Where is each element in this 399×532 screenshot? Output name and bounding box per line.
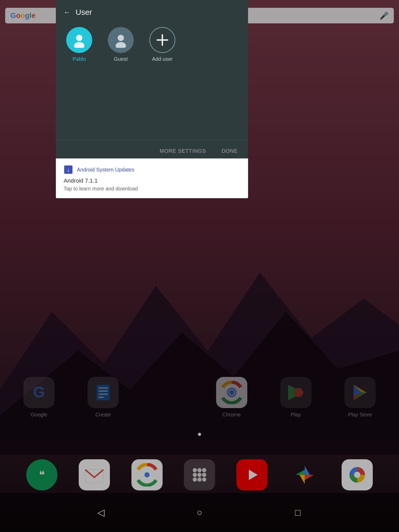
- user-name-pablo: Pablo: [72, 56, 86, 62]
- svg-point-5: [116, 42, 126, 48]
- user-avatar-pablo: [66, 27, 92, 53]
- nav-recents-button[interactable]: □: [290, 505, 306, 520]
- nav-back-button[interactable]: ◁: [93, 505, 109, 520]
- svg-point-2: [76, 35, 82, 41]
- notification-body: Tap to learn more and download: [64, 186, 240, 192]
- user-panel-title: User: [76, 8, 92, 17]
- user-name-guest: Guest: [114, 56, 128, 62]
- notification-icon: ↓: [64, 165, 73, 174]
- user-panel-accounts: Pablo Guest Add user: [56, 22, 248, 72]
- user-account-guest[interactable]: Guest: [108, 27, 134, 62]
- user-avatar-add: [149, 27, 175, 53]
- svg-point-3: [74, 42, 84, 48]
- back-button[interactable]: ←: [64, 8, 70, 16]
- svg-point-4: [118, 35, 124, 41]
- notification-header: ↓ Android System Updates: [64, 165, 240, 174]
- user-name-add: Add user: [152, 56, 173, 62]
- more-settings-button[interactable]: MORE SETTINGS: [157, 145, 209, 157]
- svg-text:↓: ↓: [67, 167, 70, 173]
- user-account-add[interactable]: Add user: [149, 27, 175, 62]
- user-panel: ← User Pablo Guest: [56, 0, 248, 162]
- nav-bar: ◁ ○ □: [0, 493, 399, 532]
- user-avatar-guest: [108, 27, 134, 53]
- notification-card[interactable]: ↓ Android System Updates Android 7.1.1 T…: [56, 158, 248, 198]
- user-account-pablo[interactable]: Pablo: [66, 27, 92, 62]
- done-button[interactable]: DONE: [219, 145, 240, 157]
- notification-app-name: Android System Updates: [77, 167, 134, 173]
- nav-home-button[interactable]: ○: [192, 505, 207, 520]
- notification-title: Android 7.1.1: [64, 177, 240, 184]
- user-panel-spacer: [56, 72, 248, 140]
- user-panel-header: ← User: [56, 0, 248, 22]
